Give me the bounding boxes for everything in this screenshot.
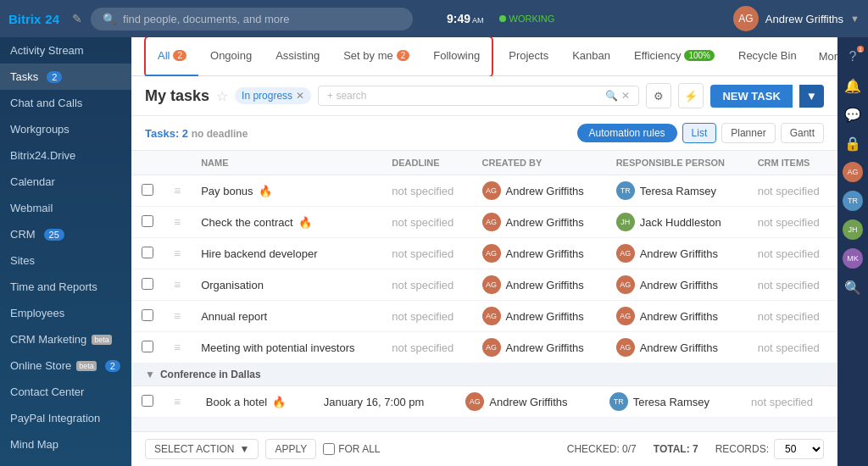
row-drag[interactable]: ≡: [164, 301, 191, 332]
new-task-dropdown-button[interactable]: ▼: [799, 85, 824, 108]
row-checkbox[interactable]: [131, 332, 164, 363]
row-name[interactable]: Check the contract 🔥: [191, 207, 381, 238]
star-icon[interactable]: ☆: [216, 88, 228, 104]
row-name[interactable]: Meeting with potential investors: [191, 332, 381, 363]
row-drag[interactable]: ≡: [164, 175, 191, 207]
sidebar-item-employees[interactable]: Employees: [0, 300, 131, 326]
row-name[interactable]: Book a hotel 🔥: [196, 386, 314, 418]
user-avatar-2[interactable]: TR: [840, 188, 865, 214]
table-row: ≡ Meeting with potential investors not s…: [131, 332, 837, 363]
user-dropdown-arrow[interactable]: ▼: [850, 14, 860, 24]
tab-recycle-bin[interactable]: Recycle Bin: [726, 37, 809, 76]
task-search-icon[interactable]: 🔍: [605, 90, 618, 102]
new-task-button[interactable]: NEW TASK: [710, 85, 792, 108]
working-status[interactable]: WORKING: [499, 14, 555, 24]
sidebar-item-activity-stream[interactable]: Activity Stream: [0, 37, 131, 64]
beta-badge: beta: [92, 335, 112, 345]
bell-icon[interactable]: 🔔: [840, 73, 865, 98]
sidebar-item-chat-calls[interactable]: Chat and Calls: [0, 90, 131, 116]
view-list-button[interactable]: List: [682, 123, 717, 143]
edit-pencil-icon[interactable]: ✎: [72, 12, 82, 25]
sidebar-item-contact-center[interactable]: Contact Center: [0, 379, 131, 405]
row-name[interactable]: Hire backend developer: [191, 238, 381, 269]
select-action-dropdown[interactable]: SELECT ACTION ▼: [145, 439, 259, 459]
row-checkbox[interactable]: [131, 238, 164, 269]
row-crm: not specified: [748, 269, 837, 301]
sidebar-item-sites[interactable]: Sites: [0, 247, 131, 274]
records-select[interactable]: 50 100 200: [774, 439, 824, 459]
row-checkbox[interactable]: [131, 386, 164, 418]
task-settings-button[interactable]: ⚙: [646, 83, 671, 108]
sidebar-item-time-reports[interactable]: Time and Reports: [0, 274, 131, 300]
sidebar-item-label: Tasks: [10, 70, 38, 83]
sidebar-item-more[interactable]: More...: [0, 458, 131, 466]
search-input[interactable]: [123, 13, 401, 25]
tasks-number: 2: [182, 127, 188, 140]
view-planner-button[interactable]: Planner: [721, 123, 775, 143]
sidebar-item-workgroups[interactable]: Workgroups: [0, 116, 131, 142]
row-name[interactable]: Annual report: [191, 301, 381, 332]
task-table: NAME DEADLINE CREATED BY RESPONSIBLE PER…: [131, 151, 837, 363]
row-drag[interactable]: ≡: [164, 332, 191, 363]
automation-rules-button[interactable]: Automation rules: [577, 124, 677, 142]
task-search-filter[interactable]: + search 🔍 ✕: [318, 86, 639, 106]
tasks-footer: SELECT ACTION ▼ APPLY FOR ALL CHECKED: 0…: [131, 431, 837, 466]
lock-icon[interactable]: 🔒: [840, 130, 865, 156]
sidebar-item-tasks[interactable]: Tasks 2: [0, 64, 131, 90]
filter-tag-remove[interactable]: ✕: [296, 90, 304, 102]
sidebar-item-drive[interactable]: Bitrix24.Drive: [0, 142, 131, 169]
row-drag[interactable]: ≡: [164, 238, 191, 269]
row-checkbox[interactable]: [131, 207, 164, 238]
sidebar-item-calendar[interactable]: Calendar: [0, 169, 131, 195]
tab-following[interactable]: Following: [421, 37, 492, 76]
tab-projects[interactable]: Projects: [497, 37, 560, 76]
row-name[interactable]: Pay bonus 🔥: [191, 175, 381, 207]
task-search-clear[interactable]: ✕: [621, 90, 630, 102]
view-gantt-button[interactable]: Gantt: [781, 123, 824, 143]
help-icon[interactable]: ? 1: [840, 44, 865, 69]
sidebar-item-mindmap[interactable]: Mind Map: [0, 431, 131, 458]
sidebar-item-online-store[interactable]: Online Store beta 2: [0, 352, 131, 379]
filter-tag-inprogress[interactable]: In progress ✕: [235, 87, 311, 104]
sidebar-item-label: Contact Center: [10, 386, 84, 398]
row-drag[interactable]: ≡: [164, 207, 191, 238]
user-name[interactable]: Andrew Griffiths: [765, 13, 843, 25]
section-arrow-icon: ▼: [145, 369, 155, 380]
chat-icon[interactable]: 💬: [840, 102, 865, 127]
sidebar-item-label: Bitrix24.Drive: [10, 149, 75, 162]
row-name[interactable]: Organisation: [191, 269, 381, 301]
row-drag[interactable]: ≡: [164, 269, 191, 301]
tab-kanban[interactable]: Kanban: [560, 37, 622, 76]
for-all-checkbox[interactable]: [323, 443, 335, 455]
select-action-label: SELECT ACTION: [154, 443, 234, 455]
tasks-count-info: Tasks: 2 no deadline: [145, 127, 248, 140]
sidebar-item-paypal[interactable]: PayPal Integration: [0, 405, 131, 431]
row-checkbox[interactable]: [131, 301, 164, 332]
search-icon-right[interactable]: 🔍: [840, 275, 865, 300]
tab-more[interactable]: More ▼: [812, 50, 837, 63]
tab-all[interactable]: All 2: [146, 37, 198, 76]
tab-set-by-me[interactable]: Set by me 2: [331, 37, 421, 76]
user-avatar-3[interactable]: JH: [840, 217, 865, 242]
user-avatar-4[interactable]: MK: [840, 246, 865, 271]
main-area: Activity Stream Tasks 2 Chat and Calls W…: [0, 37, 868, 466]
user-area: AG Andrew Griffiths ▼: [733, 6, 860, 31]
efficiency-badge: 100%: [684, 50, 715, 61]
task-lightning-button[interactable]: ⚡: [678, 83, 704, 108]
sidebar-item-crm-marketing[interactable]: CRM Marketing beta: [0, 326, 131, 352]
sidebar-item-webmail[interactable]: Webmail: [0, 195, 131, 221]
row-checkbox[interactable]: [131, 269, 164, 301]
user-avatar-1[interactable]: AG: [840, 159, 865, 185]
th-created-by: CREATED BY: [472, 151, 606, 175]
avatar: AG: [616, 307, 635, 325]
apply-button[interactable]: APPLY: [265, 439, 316, 459]
tab-ongoing[interactable]: Ongoing: [198, 37, 264, 76]
tab-assisting[interactable]: Assisting: [264, 37, 331, 76]
tab-efficiency[interactable]: Efficiency 100%: [622, 37, 726, 76]
section-header-conference[interactable]: ▼ Conference in Dallas: [131, 363, 837, 386]
tasks-count-label: Tasks: 2 no deadline: [145, 127, 248, 140]
row-drag[interactable]: ≡: [164, 386, 196, 418]
sidebar-item-crm[interactable]: CRM 25: [0, 221, 131, 247]
search-bar[interactable]: 🔍: [91, 8, 413, 31]
row-checkbox[interactable]: [131, 175, 164, 207]
